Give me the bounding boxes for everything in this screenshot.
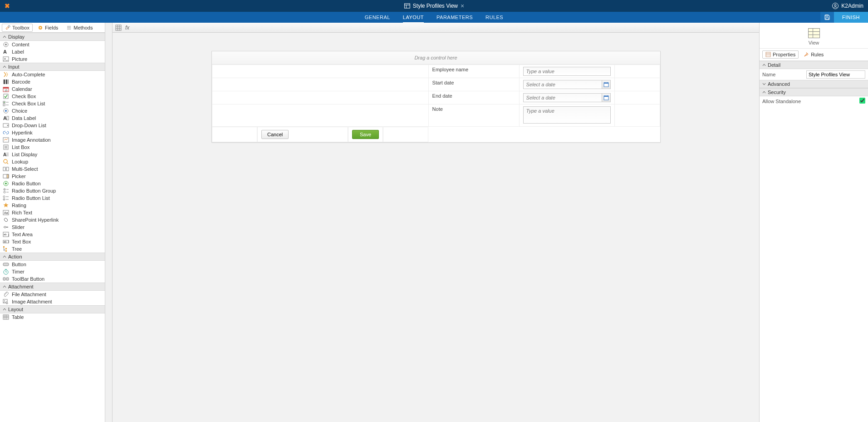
input-note[interactable] — [523, 106, 611, 124]
save-icon-button[interactable] — [820, 12, 834, 23]
svg-rect-4 — [826, 15, 828, 16]
input-start-date[interactable] — [523, 80, 602, 89]
label-note[interactable]: Note — [428, 104, 519, 127]
tool-calendar[interactable]: 15Calendar — [0, 85, 105, 93]
tool-lookup[interactable]: Lookup — [0, 158, 105, 165]
tool-list-box[interactable]: List Box — [0, 144, 105, 151]
document-tab[interactable]: Style Profiles View × — [404, 2, 464, 10]
label-end-date[interactable]: End date — [428, 91, 519, 104]
category-display[interactable]: Display — [0, 33, 105, 41]
tab-parameters[interactable]: PARAMETERS — [436, 13, 473, 22]
tool-rich-text[interactable]: AaRich Text — [0, 209, 105, 216]
prop-name-input[interactable] — [806, 70, 865, 79]
right-tab-properties[interactable]: Properties — [762, 50, 799, 59]
tab-rules[interactable]: RULES — [485, 13, 503, 22]
section-security[interactable]: Security — [760, 88, 868, 96]
svg-text:A: A — [3, 115, 7, 121]
svg-rect-72 — [3, 246, 5, 248]
tool-barcode[interactable]: Barcode — [0, 78, 105, 85]
ribbon: GENERAL LAYOUT PARAMETERS RULES FINISH — [0, 12, 868, 23]
tool-picker[interactable]: Picker — [0, 173, 105, 180]
calendar-icon-end[interactable] — [602, 93, 611, 102]
left-splitter[interactable] — [105, 23, 113, 422]
fx-label[interactable]: fx — [125, 25, 129, 31]
tool-slider[interactable]: Slider — [0, 223, 105, 231]
input-employee-name[interactable] — [523, 67, 611, 76]
cancel-button[interactable]: Cancel — [261, 130, 289, 139]
tool-check-box[interactable]: Check Box — [0, 93, 105, 100]
close-icon[interactable]: × — [461, 2, 464, 10]
tool-toolbar-button[interactable]: ToolBar Button — [0, 275, 105, 283]
drop-zone-hint[interactable]: Drag a control here — [212, 51, 660, 65]
svg-point-53 — [4, 189, 5, 190]
slider-icon — [3, 224, 9, 230]
prop-allow-standalone-checkbox[interactable] — [859, 98, 865, 104]
section-detail[interactable]: Detail — [760, 61, 868, 69]
input-end-date[interactable] — [523, 93, 602, 102]
left-tab-fields[interactable]: Fields — [34, 24, 61, 32]
label-employee-name[interactable]: Employee name — [428, 65, 519, 78]
tool-check-box-list[interactable]: Check Box List — [0, 100, 105, 107]
tool-text-box[interactable]: abText Box — [0, 238, 105, 245]
tool-radio-button[interactable]: Radio Button — [0, 180, 105, 187]
user-menu[interactable]: K2Admin — [832, 3, 863, 9]
finish-button[interactable]: FINISH — [834, 12, 868, 23]
tool-rating[interactable]: Rating — [0, 202, 105, 209]
category-attachment[interactable]: Attachment — [0, 283, 105, 291]
save-button[interactable]: Save — [352, 130, 379, 139]
tool-sharepoint-hyperlink[interactable]: SharePoint Hyperlink — [0, 216, 105, 223]
left-tab-toolbox[interactable]: Toolbox — [2, 24, 33, 32]
category-action[interactable]: Action — [0, 253, 105, 261]
tool-picture[interactable]: Picture — [0, 55, 105, 63]
tool-data-label[interactable]: AData Label — [0, 114, 105, 122]
category-input[interactable]: Input — [0, 63, 105, 71]
tool-list-display[interactable]: AList Display — [0, 151, 105, 158]
tool-timer[interactable]: Timer — [0, 268, 105, 275]
view-header: View — [760, 23, 868, 49]
tool-content[interactable]: Content — [0, 41, 105, 48]
tab-general[interactable]: GENERAL — [365, 13, 390, 22]
tool-label: Drop-Down List — [12, 123, 46, 128]
tool-image-annotation[interactable]: Image Annotation — [0, 136, 105, 144]
right-tab-rules[interactable]: Rules — [800, 50, 827, 59]
tool-radio-button-group[interactable]: Radio Button Group — [0, 187, 105, 194]
tool-button[interactable]: Button — [0, 261, 105, 268]
tool-label: Hyperlink — [12, 130, 33, 135]
tool-label: Multi-Select — [12, 166, 38, 172]
tool-label: Button — [12, 262, 26, 267]
calendar-icon-start[interactable] — [602, 80, 611, 89]
form-container[interactable]: Drag a control here Employee name Start … — [211, 51, 661, 143]
svg-rect-73 — [5, 248, 7, 249]
tool-auto-complete[interactable]: Auto-Complete — [0, 71, 105, 78]
design-canvas[interactable]: Drag a control here Employee name Start … — [113, 33, 759, 422]
tool-label[interactable]: ALabel — [0, 48, 105, 55]
tool-choice[interactable]: Choice — [0, 107, 105, 114]
tool-hyperlink[interactable]: Hyperlink — [0, 129, 105, 136]
left-tab-methods[interactable]: Methods — [63, 24, 96, 32]
tool-label: Timer — [12, 269, 25, 274]
section-advanced-label: Advanced — [768, 81, 790, 87]
label-icon: A — [3, 49, 9, 55]
tool-label: Image Attachment — [12, 299, 52, 304]
tool-multi-select[interactable]: Multi-Select — [0, 165, 105, 173]
chevron-down-icon — [3, 285, 6, 288]
svg-point-57 — [3, 196, 5, 198]
tool-table[interactable]: Table — [0, 313, 105, 321]
tool-tree[interactable]: Tree — [0, 245, 105, 253]
tool-image-attachment[interactable]: Image Attachment — [0, 298, 105, 305]
svg-line-45 — [7, 163, 8, 164]
tool-radio-button-list[interactable]: Radio Button List — [0, 194, 105, 202]
svg-rect-102 — [766, 52, 770, 57]
tool-drop-down-list[interactable]: Drop-Down List — [0, 122, 105, 129]
section-advanced[interactable]: Advanced — [760, 80, 868, 88]
svg-text:Aa: Aa — [4, 211, 8, 214]
tool-file-attachment[interactable]: File Attachment — [0, 291, 105, 298]
category-layout[interactable]: Layout — [0, 305, 105, 313]
app-logo-icon: ✖ — [5, 2, 10, 10]
rich-text-icon: Aa — [3, 209, 9, 216]
tool-text-area[interactable]: abText Area — [0, 231, 105, 238]
timer-icon — [3, 268, 9, 275]
label-start-date[interactable]: Start date — [428, 78, 519, 91]
layout-grid-icon[interactable] — [115, 25, 122, 31]
tab-layout[interactable]: LAYOUT — [403, 13, 424, 22]
